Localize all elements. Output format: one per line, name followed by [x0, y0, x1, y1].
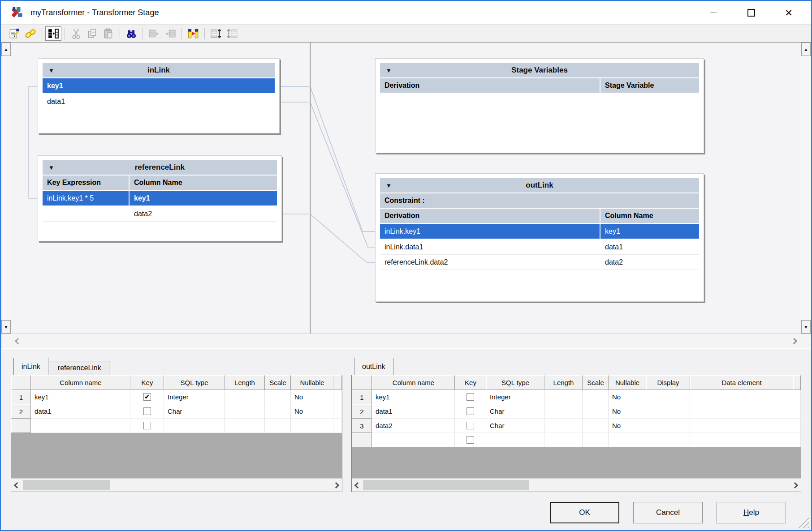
close-button[interactable]: ✕: [770, 1, 808, 24]
row-number[interactable]: [352, 433, 372, 447]
column-name-cell[interactable]: data2: [372, 419, 455, 433]
derivation-cell[interactable]: referenceLink.data2: [380, 255, 600, 270]
column-name-cell[interactable]: data1: [31, 404, 130, 419]
derivation-cell[interactable]: inLink.key1: [380, 224, 600, 239]
key-cell[interactable]: [130, 390, 164, 404]
scroll-down-button[interactable]: ▼: [1, 320, 11, 334]
nullable-cell[interactable]: No: [609, 419, 646, 433]
nullable-cell[interactable]: No: [609, 404, 646, 419]
scrollbar-thumb[interactable]: [363, 480, 529, 490]
link-order-button[interactable]: [185, 26, 201, 41]
key-cell[interactable]: [455, 404, 486, 419]
scroll-right-icon[interactable]: [333, 482, 339, 488]
data-element-cell[interactable]: [690, 419, 793, 433]
key-expression-cell[interactable]: inLink.key1 * 5: [43, 191, 130, 206]
sql-type-cell[interactable]: [486, 433, 544, 447]
key-checkbox[interactable]: [466, 436, 474, 444]
inlink-table-header[interactable]: ▼ inLink: [43, 63, 275, 78]
key-cell[interactable]: [130, 404, 164, 419]
scale-cell[interactable]: [265, 390, 291, 404]
key-expression-cell[interactable]: [43, 206, 130, 221]
ok-button[interactable]: OK: [550, 502, 619, 523]
referencelink-table-header[interactable]: ▼ referenceLink: [43, 160, 277, 176]
display-cell[interactable]: [646, 419, 690, 433]
sql-type-cell[interactable]: Char: [486, 404, 544, 419]
scroll-left-icon[interactable]: [14, 482, 20, 488]
scroll-right-icon[interactable]: [792, 482, 798, 488]
save-column-definition-button[interactable]: [162, 26, 178, 41]
data-element-cell[interactable]: [690, 404, 793, 419]
tab-referencelink[interactable]: referenceLink: [50, 361, 109, 375]
column-name-cell[interactable]: data1: [372, 404, 455, 419]
row-number[interactable]: 1: [11, 390, 31, 404]
outlink-table-header[interactable]: ▼ outLink: [380, 178, 699, 193]
diagram-horizontal-scrollbar[interactable]: [1, 334, 811, 348]
length-cell[interactable]: [544, 404, 583, 419]
display-cell[interactable]: [646, 390, 690, 404]
tab-inlink[interactable]: inLink: [13, 358, 48, 375]
maximize-button[interactable]: [732, 1, 770, 24]
sql-type-cell[interactable]: [164, 419, 225, 433]
cut-button[interactable]: [68, 26, 84, 41]
stage-variables-header[interactable]: ▼ Stage Variables: [380, 63, 699, 78]
scale-cell[interactable]: [265, 419, 291, 433]
scale-cell[interactable]: [265, 404, 291, 419]
outlink-row-data2[interactable]: referenceLink.data2 data2: [380, 255, 699, 270]
key-cell[interactable]: [455, 390, 486, 404]
length-cell[interactable]: [225, 390, 265, 404]
row-number[interactable]: 2: [11, 404, 31, 419]
scale-cell[interactable]: [583, 390, 609, 404]
show-link-button[interactable]: [22, 26, 39, 41]
data-element-cell[interactable]: [690, 433, 793, 447]
grid-horizontal-scrollbar[interactable]: [352, 478, 801, 492]
nullable-cell[interactable]: No: [291, 390, 333, 404]
inlink-row-data1[interactable]: data1: [43, 94, 275, 109]
length-cell[interactable]: [544, 390, 583, 404]
scroll-left-icon[interactable]: [15, 338, 21, 344]
inlink-row-key1[interactable]: key1: [43, 78, 275, 94]
scroll-down-button[interactable]: ▼: [801, 320, 811, 334]
stage-properties-button[interactable]: [6, 26, 22, 41]
column-name-cell[interactable]: key1: [372, 390, 455, 404]
outlink-row-data1[interactable]: inLink.data1 data1: [380, 240, 699, 255]
constraint-row[interactable]: Constraint :: [380, 193, 699, 209]
resize-grip[interactable]: [798, 517, 809, 528]
row-number[interactable]: [11, 419, 31, 433]
column-name-cell[interactable]: [372, 433, 455, 447]
key-checkbox[interactable]: [143, 393, 151, 401]
collapse-triangle-icon[interactable]: ▼: [386, 182, 392, 189]
sql-type-cell[interactable]: Char: [164, 404, 225, 419]
row-number[interactable]: 1: [352, 390, 372, 404]
key-checkbox[interactable]: [466, 407, 474, 415]
key-cell[interactable]: [455, 419, 486, 433]
paste-button[interactable]: [100, 26, 117, 41]
row-height-increase-button[interactable]: [208, 26, 224, 41]
minimize-button[interactable]: [695, 1, 732, 24]
scroll-up-button[interactable]: ▲: [1, 43, 11, 56]
load-column-definition-button[interactable]: [146, 26, 162, 41]
panel-divider[interactable]: [310, 43, 311, 334]
key-checkbox[interactable]: [466, 393, 474, 401]
key-checkbox[interactable]: [466, 422, 474, 429]
row-number[interactable]: 3: [352, 419, 372, 433]
nullable-cell[interactable]: [291, 419, 333, 433]
collapse-triangle-icon[interactable]: ▼: [48, 67, 54, 74]
left-vertical-scrollbar[interactable]: ▲ ▼: [1, 43, 11, 334]
key-checkbox[interactable]: [143, 422, 151, 429]
tab-outlink[interactable]: outLink: [354, 358, 393, 375]
derivation-cell[interactable]: inLink.data1: [380, 240, 600, 254]
scale-cell[interactable]: [583, 433, 609, 447]
scale-cell[interactable]: [583, 404, 609, 419]
sql-type-cell[interactable]: Char: [486, 419, 544, 433]
scroll-right-icon[interactable]: [791, 338, 797, 344]
nullable-cell[interactable]: No: [291, 404, 333, 419]
referencelink-row-data2[interactable]: data2: [43, 206, 277, 222]
scrollbar-thumb[interactable]: [23, 480, 110, 490]
column-name-cell[interactable]: key1: [31, 390, 130, 404]
help-button[interactable]: Help: [717, 502, 786, 523]
sql-type-cell[interactable]: Integer: [486, 390, 544, 404]
length-cell[interactable]: [225, 419, 265, 433]
outlink-row-key1[interactable]: inLink.key1 key1: [380, 224, 699, 240]
cancel-button[interactable]: Cancel: [633, 502, 703, 523]
copy-button[interactable]: [84, 26, 100, 41]
